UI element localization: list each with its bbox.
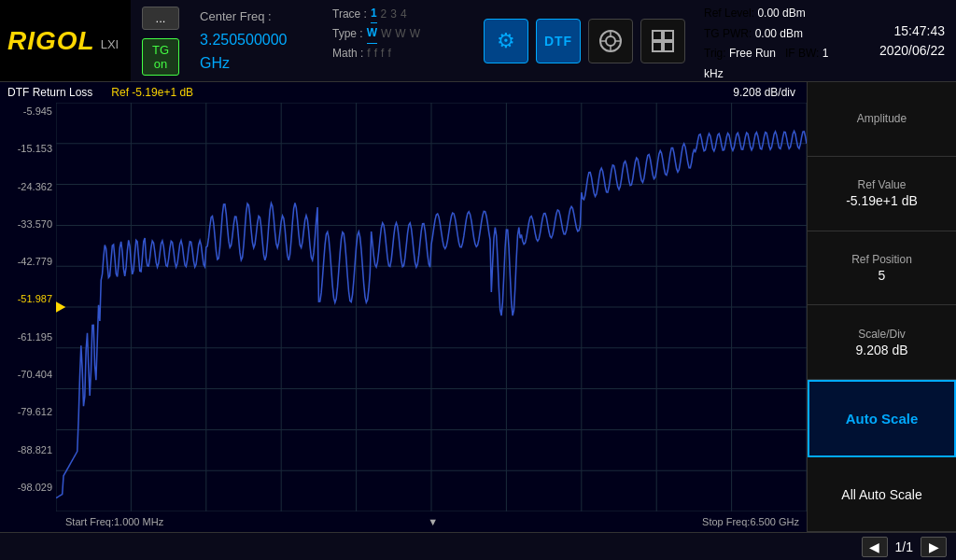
center-freq-value: 3.250500000 GHz <box>200 32 287 72</box>
math-4[interactable]: f <box>387 44 390 63</box>
type-label: Type : <box>332 24 363 43</box>
trace-1[interactable]: 1 <box>371 4 377 23</box>
chart-container: DTF Return Loss Ref -5.19e+1 dB 9.208 dB… <box>0 82 807 532</box>
ref-position-label: Ref Position <box>851 253 912 266</box>
center-freq-label: Center Freq : <box>200 9 272 23</box>
y-label-8: -79.612 <box>18 407 52 417</box>
all-auto-scale-label: All Auto Scale <box>841 487 921 502</box>
math-3[interactable]: f <box>381 44 384 63</box>
chart-scale-label: 9.208 dB/div <box>733 86 795 99</box>
y-label-5: -51.987 <box>18 294 52 304</box>
svg-point-1 <box>606 36 615 46</box>
nav-page: 1/1 <box>895 539 913 554</box>
trace-3[interactable]: 3 <box>390 5 397 23</box>
nav-next-button[interactable]: ▶ <box>921 537 947 557</box>
clock-date: 2020/06/22 <box>879 41 945 61</box>
y-label-6: -61.195 <box>18 332 52 343</box>
ref-level-value: 0.00 dBm <box>757 7 805 20</box>
lxi-badge: LXI <box>101 37 120 51</box>
trace-4[interactable]: 4 <box>401 5 407 23</box>
bottom-nav: ◀ 1/1 ▶ <box>0 532 956 560</box>
tg-pwr-value: 0.00 dBm <box>755 27 803 40</box>
ref-position-button[interactable]: Ref Position 5 <box>808 231 956 306</box>
trig-value: Free Run <box>729 47 776 60</box>
y-label-4: -42.779 <box>18 257 52 267</box>
type-4[interactable]: W <box>410 24 420 43</box>
math-1[interactable]: f <box>367 44 370 63</box>
chart-header: DTF Return Loss Ref -5.19e+1 dB 9.208 dB… <box>0 82 807 103</box>
settings-button[interactable]: ⚙ <box>484 19 528 63</box>
y-label-1: -15.153 <box>18 144 52 154</box>
clock-time: 15:47:43 <box>894 21 946 41</box>
ref-value-button[interactable]: Ref Value -5.19e+1 dB <box>808 157 956 231</box>
math-label: Math : <box>332 44 363 63</box>
chart-body: -5.945-15.153-24.362-33.570-42.779-51.98… <box>0 103 807 511</box>
trace-label: Trace : <box>332 5 367 23</box>
trace-info: Trace : 1 2 3 4 Type : W W W W Math : f … <box>325 0 474 81</box>
marker-label: ▼ <box>428 516 438 527</box>
type-2[interactable]: W <box>381 24 391 43</box>
y-label-10: -98.029 <box>18 483 52 493</box>
y-label-3: -33.570 <box>18 219 52 230</box>
chart-title: DTF Return Loss <box>7 86 92 99</box>
chart-svg <box>56 103 807 511</box>
svg-rect-9 <box>664 42 673 51</box>
trace-2[interactable]: 2 <box>381 5 387 23</box>
y-axis: -5.945-15.153-24.362-33.570-42.779-51.98… <box>0 103 56 511</box>
auto-scale-button[interactable]: Auto Scale <box>808 380 956 457</box>
y-label-2: -24.362 <box>18 182 52 192</box>
grid-area <box>56 103 807 511</box>
stop-freq-label: Stop Freq:6.500 GHz <box>702 516 799 527</box>
tg-pwr-label: TG PWR: <box>704 27 752 40</box>
all-auto-scale-button[interactable]: All Auto Scale <box>808 457 956 532</box>
svg-marker-32 <box>56 301 65 312</box>
svg-rect-7 <box>664 31 673 40</box>
start-freq-label: Start Freq:1.000 MHz <box>65 516 163 527</box>
ref-area: Ref Level: 0.00 dBm TG PWR: 0.00 dBm Tri… <box>695 0 853 81</box>
amplitude-button[interactable]: Amplitude <box>808 82 956 157</box>
ref-value-label: Ref Value <box>858 178 907 191</box>
dtf-button[interactable]: DTF <box>536 19 581 63</box>
type-3[interactable]: W <box>395 24 405 43</box>
scale-div-button[interactable]: Scale/Div 9.208 dB <box>808 305 956 380</box>
y-label-9: -88.821 <box>18 445 52 455</box>
logo-area: RIGOL LXI <box>0 0 131 81</box>
ref-position-value: 5 <box>879 268 886 283</box>
y-label-0: -5.945 <box>23 106 52 117</box>
bottom-bar: Start Freq:1.000 MHz ▼ Stop Freq:6.500 G… <box>0 511 807 532</box>
scale-div-value: 9.208 dB <box>855 343 907 357</box>
svg-rect-6 <box>653 31 662 40</box>
right-panel: Amplitude Ref Value -5.19e+1 dB Ref Posi… <box>807 82 956 532</box>
amplitude-label: Amplitude <box>857 112 907 125</box>
auto-scale-label: Auto Scale <box>846 411 919 427</box>
rigol-logo: RIGOL <box>7 26 95 56</box>
type-1[interactable]: W <box>367 23 377 43</box>
icons-area: ⚙ DTF <box>474 0 695 81</box>
clock-area: 15:47:43 2020/06/22 <box>853 0 956 81</box>
vna-button[interactable] <box>588 19 633 63</box>
tg-button[interactable]: TG on <box>142 38 179 76</box>
menu-button[interactable]: ... <box>142 7 179 30</box>
if-bw-label: IF BW: <box>785 47 819 60</box>
ref-value: -5.19e+1 dB <box>846 193 918 208</box>
y-label-7: -70.404 <box>18 370 52 380</box>
svg-rect-8 <box>653 42 662 51</box>
ref-level-label: Ref Level: <box>704 7 754 20</box>
scale-div-label: Scale/Div <box>858 328 906 341</box>
chart-ref-label: Ref -5.19e+1 dB <box>111 86 193 99</box>
freq-info: Center Freq : 3.250500000 GHz Span : 6.4… <box>190 0 325 81</box>
trig-label: Trig: <box>704 47 726 60</box>
grid-button[interactable] <box>640 19 685 63</box>
math-2[interactable]: f <box>374 44 377 63</box>
nav-prev-button[interactable]: ◀ <box>862 537 888 557</box>
